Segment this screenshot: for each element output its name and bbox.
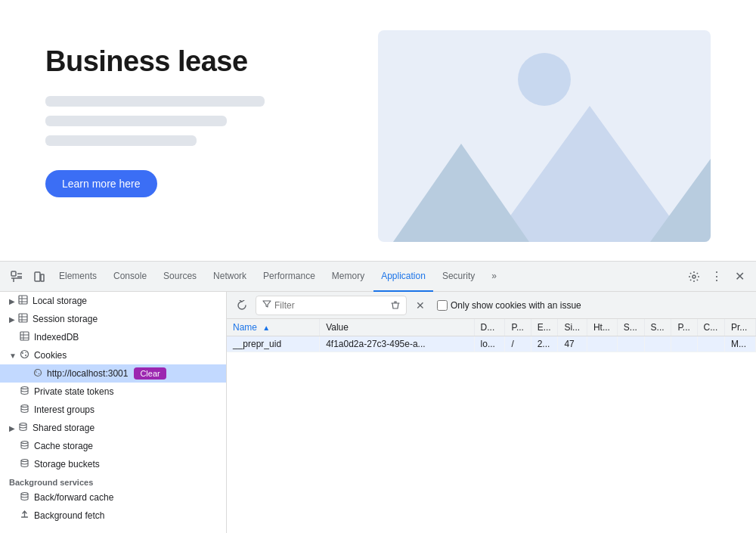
skeleton-line-2 (45, 116, 227, 126)
sidebar-item-storage-buckets[interactable]: Storage buckets (0, 455, 226, 473)
sidebar-item-label: Interest groups (34, 404, 94, 415)
svg-point-25 (20, 423, 26, 426)
table-icon (20, 331, 29, 343)
svg-point-16 (20, 351, 28, 358)
cookies-toolbar: ✕ Only show cookies with an issue (227, 292, 756, 319)
sidebar-item-back-forward-cache[interactable]: Back/forward cache (0, 488, 226, 507)
sidebar-item-cache-storage[interactable]: Cache storage (0, 437, 226, 455)
filter-box (256, 296, 407, 315)
webpage-preview: Business lease Learn more here (0, 0, 756, 261)
col-cookiepartitionkey[interactable]: C... (697, 319, 724, 336)
illustration-graphic (378, 30, 711, 242)
cookies-table: Name ▲ Value D... P... (227, 319, 756, 352)
svg-rect-2 (41, 274, 44, 281)
cell-priority (671, 336, 697, 352)
tab-sources[interactable]: Sources (156, 262, 204, 292)
filter-icon (262, 299, 271, 311)
table-row[interactable]: __prepr_uid4f1a0d2a-27c3-495e-a...lo.../… (227, 336, 756, 352)
settings-button[interactable] (683, 266, 705, 287)
upload-icon (20, 510, 29, 522)
tab-elements[interactable]: Elements (51, 262, 104, 292)
sidebar-item-shared-storage[interactable]: ▶ Shared storage (0, 419, 226, 437)
svg-rect-8 (19, 314, 27, 322)
webpage-illustration (378, 30, 711, 242)
tab-more-button[interactable]: » (484, 262, 504, 292)
col-size[interactable]: Si... (558, 319, 587, 336)
sidebar-item-indexeddb[interactable]: IndexedDB (0, 328, 226, 346)
col-name[interactable]: Name ▲ (227, 319, 320, 336)
device-toggle-button[interactable] (29, 266, 50, 287)
tab-security[interactable]: Security (435, 262, 482, 292)
arrow-icon: ▶ (9, 315, 15, 324)
sidebar-item-background-fetch[interactable]: Background fetch (0, 507, 226, 525)
col-path[interactable]: P... (505, 319, 531, 336)
sidebar-item-interest-groups[interactable]: Interest groups (0, 401, 226, 419)
clear-badge[interactable]: Clear (134, 367, 166, 380)
db-icon (20, 458, 29, 470)
db-icon (18, 422, 28, 434)
sidebar-item-label: Background fetch (34, 510, 104, 521)
devtools-sidebar: ▶ Local storage ▶ Session storage Index (0, 292, 227, 533)
more-options-button[interactable]: ⋮ (706, 266, 727, 287)
learn-more-button[interactable]: Learn more here (45, 170, 157, 197)
sidebar-item-label: Session storage (33, 314, 98, 324)
sidebar-item-label: Storage buckets (34, 459, 100, 469)
illustration-mountain-front-left (393, 144, 529, 242)
tab-application[interactable]: Application (373, 262, 433, 292)
arrow-icon: ▶ (9, 424, 15, 432)
col-domain[interactable]: D... (474, 319, 505, 336)
col-expires[interactable]: E... (531, 319, 558, 336)
svg-point-27 (21, 460, 28, 462)
only-issues-checkbox[interactable] (437, 300, 448, 311)
clear-filter-x-button[interactable]: ✕ (411, 296, 429, 315)
devtools-panel: Elements Console Sources Network Perform… (0, 261, 756, 533)
col-partitionkeyopaque[interactable]: Pr... (725, 319, 756, 336)
col-httponly[interactable]: Ht... (587, 319, 617, 336)
only-issues-text: Only show cookies with an issue (451, 300, 581, 311)
filter-input[interactable] (274, 300, 380, 311)
sidebar-item-session-storage[interactable]: ▶ Session storage (0, 310, 226, 328)
tab-console[interactable]: Console (106, 262, 154, 292)
arrow-icon: ▼ (9, 352, 17, 360)
cell-name: __prepr_uid (227, 336, 320, 352)
svg-point-20 (35, 369, 42, 376)
sidebar-item-label: Cache storage (34, 441, 93, 451)
cell-httponly (587, 336, 617, 352)
skeleton-line-3 (45, 135, 197, 146)
svg-point-17 (22, 352, 23, 354)
webpage-title: Business lease (45, 45, 348, 78)
col-samesite[interactable]: S... (644, 319, 671, 336)
illustration-circle (518, 53, 571, 106)
sidebar-item-local-storage[interactable]: ▶ Local storage (0, 292, 226, 310)
sidebar-item-cookies-localhost[interactable]: http://localhost:3001 Clear (0, 364, 226, 383)
inspect-element-button[interactable] (6, 266, 27, 287)
cookie-small-icon (33, 368, 42, 380)
tab-performance[interactable]: Performance (256, 262, 323, 292)
refresh-cookies-button[interactable] (233, 296, 251, 315)
cookie-icon (20, 349, 29, 361)
cell-domain: lo... (474, 336, 505, 352)
sidebar-item-label: Private state tokens (34, 386, 113, 397)
tab-memory[interactable]: Memory (324, 262, 372, 292)
cookies-table-container: Name ▲ Value D... P... (227, 319, 756, 533)
illustration-mountain-front-right (650, 159, 711, 242)
skeleton-line-1 (45, 96, 265, 107)
svg-point-22 (39, 373, 40, 374)
svg-point-23 (21, 387, 28, 389)
col-value[interactable]: Value (320, 319, 474, 336)
tab-network[interactable]: Network (206, 262, 254, 292)
close-devtools-button[interactable]: ✕ (729, 266, 750, 287)
sidebar-item-label: IndexedDB (34, 332, 79, 342)
svg-point-26 (21, 442, 28, 444)
svg-point-18 (25, 355, 26, 356)
col-priority[interactable]: P... (671, 319, 697, 336)
col-secure[interactable]: S... (617, 319, 644, 336)
background-services-section-label: Background services (0, 473, 226, 488)
sidebar-item-label: Local storage (33, 296, 87, 306)
sidebar-item-private-state-tokens[interactable]: Private state tokens (0, 383, 226, 401)
sidebar-item-label: Back/forward cache (34, 492, 113, 503)
sidebar-item-label: Shared storage (33, 423, 94, 433)
sidebar-item-label: Cookies (34, 350, 67, 361)
filter-clear-button[interactable] (391, 299, 400, 311)
sidebar-item-cookies[interactable]: ▼ Cookies (0, 346, 226, 364)
